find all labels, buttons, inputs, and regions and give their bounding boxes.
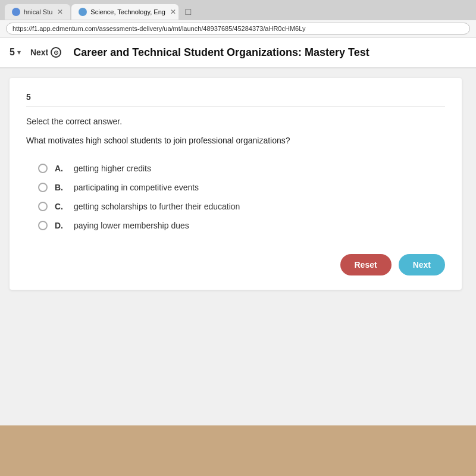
option-a-label: A. (55, 164, 67, 173)
option-c[interactable]: C. getting scholarships to further their… (38, 202, 445, 211)
toolbar-title: Career and Technical Student Organizatio… (73, 46, 369, 59)
option-d-label: D. (55, 221, 67, 230)
option-c-text: getting scholarships to further their ed… (74, 202, 240, 211)
question-nav-dropdown[interactable]: ▾ (17, 48, 21, 57)
option-b[interactable]: B. participating in competitive events (38, 183, 445, 192)
question-number: 5 (26, 92, 445, 107)
option-b-label: B. (55, 183, 67, 192)
content-area: 5 Select the correct answer. What motiva… (0, 68, 476, 425)
toolbar-next-icon: ⊙ (51, 47, 61, 58)
tab-favicon-technical (12, 8, 20, 16)
question-nav: 5 ▾ (10, 47, 21, 58)
browser-chrome: hnical Stu ✕ Science, Technology, Eng ✕ … (0, 0, 476, 37)
reset-button[interactable]: Reset (340, 254, 392, 275)
tab-label-technical: hnical Stu (24, 8, 52, 15)
option-c-label: C. (55, 202, 67, 211)
tab-bar: hnical Stu ✕ Science, Technology, Eng ✕ … (0, 0, 476, 20)
tab-close-science[interactable]: ✕ (170, 8, 176, 16)
option-a-text: getting higher credits (74, 164, 151, 173)
option-d[interactable]: D. paying lower membership dues (38, 221, 445, 230)
new-tab-button[interactable]: □ (180, 4, 196, 20)
tab-technical[interactable]: hnical Stu ✕ (5, 4, 70, 20)
answer-options: A. getting higher credits B. participati… (26, 164, 445, 230)
radio-b[interactable] (38, 183, 48, 192)
radio-d[interactable] (38, 221, 48, 230)
button-row: Reset Next (26, 254, 445, 275)
address-input[interactable]: https://f1.app.edmentum.com/assessments-… (6, 23, 470, 35)
question-text: What motivates high school students to j… (26, 134, 445, 147)
option-d-text: paying lower membership dues (74, 221, 189, 230)
tab-close-technical[interactable]: ✕ (57, 8, 63, 16)
app-toolbar: 5 ▾ Next ⊙ Career and Technical Student … (0, 37, 476, 68)
address-bar: https://f1.app.edmentum.com/assessments-… (0, 20, 476, 37)
question-nav-number: 5 (10, 47, 15, 58)
question-instruction: Select the correct answer. (26, 117, 445, 126)
radio-a[interactable] (38, 164, 48, 173)
tab-science[interactable]: Science, Technology, Eng ✕ (71, 4, 178, 20)
toolbar-next-button[interactable]: Next ⊙ (30, 47, 61, 58)
toolbar-next-label: Next (30, 48, 48, 57)
option-a[interactable]: A. getting higher credits (38, 164, 445, 173)
question-card: 5 Select the correct answer. What motiva… (10, 78, 462, 290)
radio-c[interactable] (38, 202, 48, 211)
tab-label-science: Science, Technology, Eng (90, 8, 165, 15)
tab-favicon-science (79, 8, 87, 16)
next-button[interactable]: Next (399, 254, 445, 275)
option-b-text: participating in competitive events (74, 183, 199, 192)
